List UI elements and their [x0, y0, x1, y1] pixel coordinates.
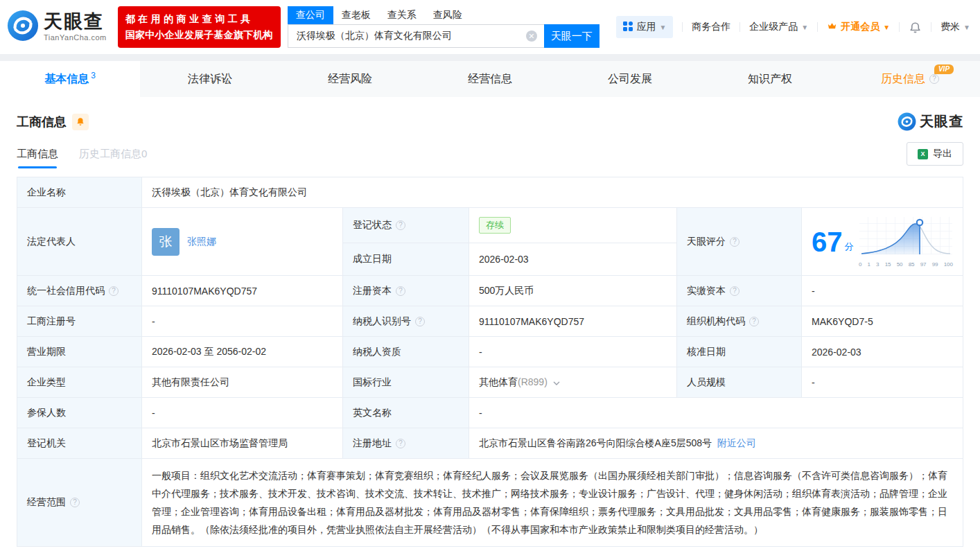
- tab-basic-info-label: 基本信息: [44, 72, 89, 87]
- search-tab-risk[interactable]: 查风险: [425, 6, 471, 24]
- english-name-value: -: [469, 398, 963, 428]
- help-icon[interactable]: ?: [396, 439, 405, 448]
- username: 费米: [940, 21, 960, 33]
- taxpayer-quality-label: 纳税人资质: [343, 337, 469, 367]
- company-name-label: 企业名称: [17, 177, 142, 208]
- business-term-value: 2026-02-03 至 2056-02-02: [142, 337, 343, 367]
- logo-title: 天眼查: [44, 12, 107, 31]
- est-date-label: 成立日期: [343, 243, 469, 275]
- open-vip-label: 开通会员: [841, 21, 880, 33]
- company-name-value: 沃得埃极（北京）体育文化有限公司: [142, 177, 963, 208]
- search-tab-company[interactable]: 查公司: [288, 6, 333, 24]
- chevron-down-icon[interactable]: [553, 376, 560, 387]
- approval-date-label: 核准日期: [677, 337, 802, 367]
- tab-operating-risk[interactable]: 经营风险: [280, 61, 420, 97]
- org-code-label: 组织机构代码?: [677, 306, 802, 337]
- table-row: 参保人数 - 英文名称 -: [17, 398, 963, 428]
- subtab-history-business-info[interactable]: 历史工商信息0: [79, 148, 147, 168]
- tab-legal-proceedings[interactable]: 法律诉讼: [140, 61, 280, 97]
- header-menu: 应用 ▼ 商务合作 企业级产品 ▼ 开通会员 ▼: [616, 16, 970, 38]
- taxpayer-id-label: 纳税人识别号?: [343, 306, 469, 337]
- business-scope-value: 一般项目：组织文化艺术交流活动；体育赛事策划；体育竞赛组织；体育经纪人服务；会议…: [142, 459, 963, 547]
- subtab-business-info[interactable]: 工商信息: [17, 148, 58, 168]
- tab-basic-info[interactable]: 基本信息 3: [0, 61, 140, 97]
- credit-code-value: 91110107MAK6YQD757: [142, 276, 343, 306]
- page: 天眼查 TianYanCha.com 都在用的商业查询工具 国家中小企业发展子基…: [0, 0, 980, 560]
- tab-intellectual-property[interactable]: 知识产权: [700, 61, 840, 97]
- help-icon[interactable]: ?: [109, 286, 119, 296]
- excel-icon: X: [918, 149, 928, 159]
- help-icon[interactable]: ?: [396, 286, 405, 296]
- tab-operating-info[interactable]: 经营信息: [420, 61, 560, 97]
- english-name-label: 英文名称: [343, 398, 469, 428]
- industry-value[interactable]: 其他体育(R899): [469, 367, 677, 398]
- open-vip-menu[interactable]: 开通会员 ▼: [827, 21, 890, 33]
- help-icon[interactable]: ?: [929, 74, 939, 84]
- enterprise-products-menu[interactable]: 企业级产品 ▼: [749, 21, 808, 33]
- tab-company-development[interactable]: 公司发展: [560, 61, 700, 97]
- export-button[interactable]: X 导出: [907, 142, 963, 166]
- search-button[interactable]: 天眼一下: [544, 24, 600, 48]
- business-scope-label: 经营范围?: [17, 459, 142, 547]
- reg-authority-label: 登记机关: [17, 428, 142, 459]
- nearby-companies-link[interactable]: 附近公司: [717, 437, 756, 448]
- table-row: 工商注册号 - 纳税人识别号? 91110107MAK6YQD757 组织机构代…: [17, 306, 963, 337]
- reg-capital-label: 注册资本?: [343, 276, 469, 306]
- tianyancha-logo[interactable]: 天眼查 TianYanCha.com: [7, 10, 107, 44]
- reg-number-value: -: [142, 306, 343, 337]
- industry-label: 国标行业: [343, 367, 469, 398]
- help-icon[interactable]: ?: [415, 317, 425, 326]
- notifications-bell-icon[interactable]: [909, 21, 922, 34]
- tab-history-info[interactable]: 历史信息 ? VIP: [840, 61, 980, 97]
- reg-status-value: 存续: [469, 208, 677, 243]
- score-cell: 67 分: [802, 208, 963, 276]
- staff-size-value: -: [802, 367, 963, 398]
- promo-line2: 国家中小企业发展子基金旗下机构: [125, 27, 273, 43]
- search-tab-boss[interactable]: 查老板: [333, 6, 379, 24]
- business-cooperation-link[interactable]: 商务合作: [692, 21, 730, 33]
- enterprise-products-label: 企业级产品: [749, 21, 798, 33]
- main-content: 工商信息 天眼查 工商信息 历史工商信息0: [0, 97, 980, 547]
- insured-count-label: 参保人数: [17, 398, 142, 428]
- table-row: 营业期限 2026-02-03 至 2056-02-02 纳税人资质 - 核准日…: [17, 337, 963, 367]
- industry-code: (R899): [518, 376, 548, 387]
- tab-basic-info-count: 3: [91, 71, 96, 80]
- legal-rep-cell: 张 张照娜: [142, 208, 343, 276]
- monitor-bell-icon[interactable]: [72, 114, 89, 130]
- chevron-down-icon: ▼: [963, 24, 970, 31]
- avatar[interactable]: 张: [152, 228, 180, 256]
- score-value: 67: [812, 228, 843, 256]
- reg-capital-value: 500万人民币: [469, 276, 677, 306]
- divider: [682, 22, 683, 32]
- divider: [899, 22, 900, 32]
- legal-rep-name-link[interactable]: 张照娜: [187, 236, 216, 248]
- help-icon[interactable]: ?: [70, 498, 80, 507]
- help-icon[interactable]: ?: [730, 237, 740, 247]
- table-row: 登记机关 北京市石景山区市场监督管理局 注册地址? 北京市石景山区鲁谷南路26号…: [17, 428, 963, 459]
- reg-number-label: 工商注册号: [17, 306, 142, 337]
- score-distribution-chart[interactable]: 0131550859799100: [859, 216, 953, 268]
- help-icon[interactable]: ?: [396, 220, 405, 230]
- search-input[interactable]: [288, 24, 544, 48]
- apps-label: 应用: [636, 21, 656, 33]
- vip-badge: VIP: [934, 64, 954, 74]
- reg-authority-value: 北京市石景山区市场监督管理局: [142, 428, 343, 459]
- export-label: 导出: [933, 148, 952, 160]
- search-tabs: 查公司 查老板 查关系 查风险: [288, 6, 600, 24]
- help-icon[interactable]: ?: [730, 286, 740, 296]
- search-tab-relation[interactable]: 查关系: [379, 6, 425, 24]
- score-axis: 0131550859799100: [859, 261, 953, 268]
- clear-search-icon[interactable]: ✕: [526, 30, 537, 42]
- search-module: 查公司 查老板 查关系 查风险 ✕ 天眼一下: [288, 6, 600, 48]
- promo-banner: 都在用的商业查询工具 国家中小企业发展子基金旗下机构: [118, 6, 281, 48]
- taxpayer-quality-value: -: [469, 337, 677, 367]
- reg-address-value: 北京市石景山区鲁谷南路26号向阳综合楼A座5层508号 附近公司: [469, 428, 963, 459]
- apps-menu[interactable]: 应用 ▼: [616, 16, 673, 38]
- business-info-table: 企业名称 沃得埃极（北京）体育文化有限公司 法定代表人 张 张照娜 登记状态? …: [17, 177, 963, 547]
- crown-icon: [827, 21, 837, 33]
- business-term-label: 营业期限: [17, 337, 142, 367]
- user-menu[interactable]: 费米 ▼: [940, 21, 970, 33]
- help-icon[interactable]: ?: [749, 317, 759, 326]
- chevron-down-icon: ▼: [801, 24, 808, 31]
- credit-code-label: 统一社会信用代码?: [17, 276, 142, 306]
